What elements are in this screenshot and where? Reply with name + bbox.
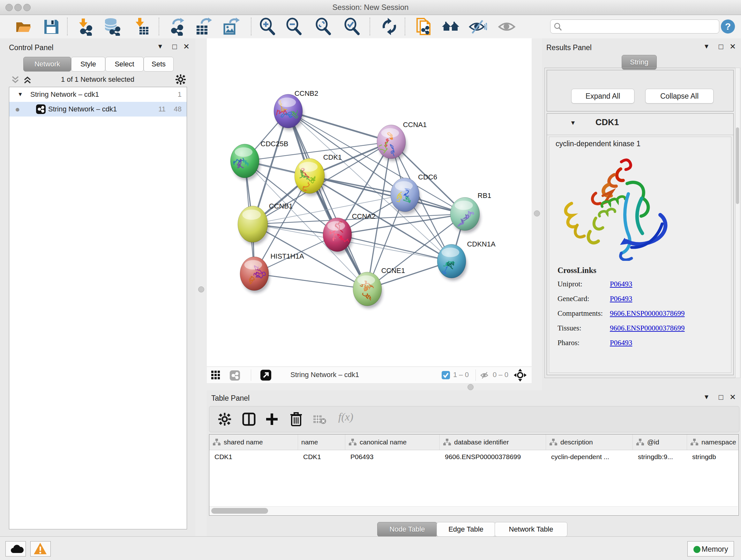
pan-crosshair-icon[interactable] [514,369,527,381]
zoom-in-icon[interactable] [258,17,276,36]
results-scrollbar[interactable] [735,68,740,378]
selected-checkbox-icon[interactable] [442,371,450,379]
network-node-ccnb2[interactable] [274,94,304,131]
help-icon[interactable]: ? [721,19,735,34]
search-field[interactable] [550,19,719,34]
crosslink-link[interactable]: P06493 [610,295,632,303]
horizontal-splitter-grip[interactable] [468,384,474,390]
save-session-icon[interactable] [42,17,60,36]
left-splitter-grip[interactable] [198,287,204,293]
crosslink-link[interactable]: 9606.ENSP00000378699 [610,324,685,332]
tree-expander-icon[interactable]: ▼ [17,87,23,102]
column-header-database-identifier[interactable]: database identifier [440,435,546,450]
network-view-canvas[interactable]: CCNB2CCNA1CDC25BCDK1CDC6RB1CCNB1CCNA2CDK… [207,38,532,367]
cloud-button[interactable] [5,541,26,557]
network-node-ccna1[interactable] [377,125,407,161]
crosslink-link[interactable]: 9606.ENSP00000378699 [610,309,685,318]
network-edge[interactable] [254,273,367,289]
statusbar-network-name: String Network – cdk1 [290,371,359,379]
collapse-all-button[interactable]: Collapse All [645,89,714,104]
crosslinks-title: CrossLinks [557,266,596,275]
network-share-icon[interactable] [230,370,240,381]
tab-network[interactable]: Network [23,57,71,71]
network-options-gear-icon[interactable] [176,74,186,84]
network-edge[interactable] [288,111,391,142]
show-eye-icon[interactable] [498,17,516,36]
crosslink-link[interactable]: P06493 [610,280,632,288]
zoom-out-icon[interactable] [284,17,303,36]
column-header-description[interactable]: description [546,435,633,450]
home-icon[interactable] [441,17,460,36]
network-edge[interactable] [337,235,452,261]
import-network-file-icon[interactable] [75,17,93,36]
network-node-ccnb1[interactable] [238,206,269,245]
network-node-cdc25b[interactable] [230,144,260,180]
panel-close-icon[interactable]: ✕ [730,42,736,51]
network-node-ccna2[interactable] [323,218,353,254]
column-header-name[interactable]: name [298,435,345,450]
tab-sets[interactable]: Sets [144,57,174,71]
table-horizontal-scrollbar[interactable] [209,506,738,515]
table-row[interactable]: CDK1CDK1P064939606.ENSP00000378699cyclin… [209,450,739,464]
right-splitter-grip[interactable] [534,210,540,216]
zoom-selected-icon[interactable] [342,17,361,36]
column-header-shared-name[interactable]: shared name [209,435,298,450]
refresh-view-icon[interactable] [380,17,399,36]
network-collection-row[interactable]: ▼ String Network – cdk1 1 [9,87,187,102]
network-node-cdkn1a[interactable] [437,244,467,281]
tab-select[interactable]: Select [105,57,144,71]
network-edge[interactable] [288,111,367,289]
network-row[interactable]: ● String Network – cdk1 11 48 [9,102,187,117]
network-node-rb1[interactable] [450,197,481,233]
birdseye-grid-icon[interactable] [211,371,221,380]
panel-float-icon[interactable]: □ [172,42,177,51]
network-node-cdk1[interactable] [294,159,326,196]
section-expander-icon[interactable]: ▼ [570,119,576,126]
node-table: shared namenamecanonical namedatabase id… [209,434,739,516]
network-node-hist1h1a[interactable] [240,257,270,293]
column-header-canonical-name[interactable]: canonical name [345,435,440,450]
cdk1-section-header[interactable]: ▼ CDK1 [547,114,733,135]
open-session-icon[interactable] [14,17,32,36]
delete-column-icon[interactable] [289,412,303,426]
create-column-icon[interactable] [265,412,279,426]
table-settings-gear-icon[interactable] [218,413,231,426]
hide-panel-eye-icon[interactable] [468,17,487,36]
export-network-icon[interactable] [167,17,185,36]
memory-button[interactable]: Memory [687,541,734,557]
panel-float-icon[interactable]: □ [719,393,724,401]
panel-float-icon[interactable]: □ [719,42,724,51]
panel-close-icon[interactable]: ✕ [183,42,190,51]
crosslink-link[interactable]: P06493 [610,339,632,347]
results-scrollbar-thumb[interactable] [736,127,739,204]
export-table-icon[interactable] [194,17,212,36]
network-node-label: CCNB1 [269,202,293,210]
toolbar-separator [158,17,159,36]
network-node-ccne1[interactable] [353,272,383,308]
warning-button[interactable] [30,541,51,557]
panel-menu-icon[interactable]: ▼ [703,43,710,50]
export-image-icon[interactable] [222,17,240,36]
tab-network-table[interactable]: Network Table [495,522,567,537]
open-in-window-icon[interactable] [260,370,271,381]
zoom-fit-icon[interactable] [314,17,332,36]
import-table-file-icon[interactable] [131,17,150,36]
tab-node-table[interactable]: Node Table [377,522,437,537]
function-builder-icon[interactable]: f(x) [338,411,353,423]
show-columns-icon[interactable] [242,412,256,426]
panel-close-icon[interactable]: ✕ [730,393,736,401]
column-header-namespace[interactable]: namespace [687,435,739,450]
tab-edge-table[interactable]: Edge Table [436,522,495,537]
column-header--id[interactable]: @id [633,435,687,450]
panel-menu-icon[interactable]: ▼ [157,43,163,50]
import-network-database-icon[interactable] [103,17,121,36]
results-panel-title: Results Panel [546,44,592,52]
table-hscrollbar-thumb[interactable] [211,508,268,514]
tab-style[interactable]: Style [71,57,105,71]
search-input[interactable] [564,20,716,32]
network-node-cdc6[interactable] [391,178,420,214]
string-document-icon[interactable] [415,17,434,36]
panel-menu-icon[interactable]: ▼ [703,393,710,401]
delete-table-icon[interactable] [313,415,326,424]
expand-all-button[interactable]: Expand All [571,89,634,104]
